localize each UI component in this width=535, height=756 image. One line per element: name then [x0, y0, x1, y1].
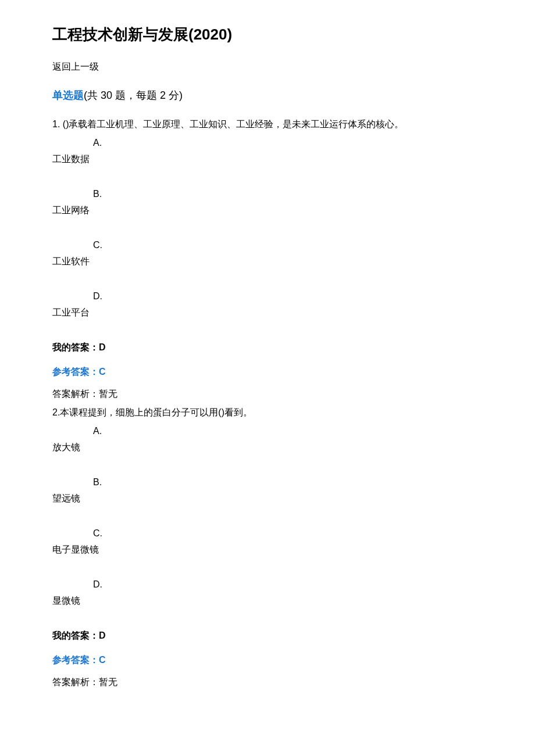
section-count-label: (共 30 题，每题 2 分) — [84, 89, 183, 101]
back-link[interactable]: 返回上一级 — [52, 60, 483, 74]
analysis-value: 暂无 — [99, 389, 117, 399]
ref-answer-label: 参考答案： — [52, 655, 99, 665]
my-answer: 我的答案：D — [52, 629, 483, 643]
option-text: 工业网络 — [52, 203, 483, 217]
analysis-label: 答案解析： — [52, 389, 99, 399]
my-answer-value: D — [99, 630, 106, 640]
section-type-label: 单选题 — [52, 89, 84, 101]
option-text: 工业数据 — [52, 152, 483, 166]
analysis-label: 答案解析： — [52, 677, 99, 687]
option-letter: A. — [93, 424, 483, 438]
question-block: 2.本课程提到，细胞上的蛋白分子可以用()看到。 A. 放大镜 B. 望远镜 C… — [52, 406, 483, 689]
option-letter: D. — [93, 289, 483, 303]
page-title: 工程技术创新与发展(2020) — [52, 23, 483, 46]
ref-answer-value: C — [99, 367, 106, 377]
option-text: 显微镜 — [52, 594, 483, 608]
ref-answer-label: 参考答案： — [52, 367, 99, 377]
my-answer-value: D — [99, 342, 106, 352]
question-stem: 1. ()承载着工业机理、工业原理、工业知识、工业经验，是未来工业运行体系的核心… — [52, 117, 483, 131]
option-text: 放大镜 — [52, 440, 483, 454]
question-block: 1. ()承载着工业机理、工业原理、工业知识、工业经验，是未来工业运行体系的核心… — [52, 117, 483, 401]
option-letter: B. — [93, 187, 483, 201]
option-letter: D. — [93, 578, 483, 592]
option-text: 望远镜 — [52, 492, 483, 506]
option-letter: C. — [93, 526, 483, 540]
option-letter: A. — [93, 136, 483, 150]
section-header: 单选题(共 30 题，每题 2 分) — [52, 88, 483, 103]
analysis-value: 暂无 — [99, 677, 117, 687]
question-text: ()承载着工业机理、工业原理、工业知识、工业经验，是未来工业运行体系的核心。 — [63, 119, 404, 129]
option-text: 电子显微镜 — [52, 543, 483, 557]
question-text: 本课程提到，细胞上的蛋白分子可以用()看到。 — [60, 407, 252, 417]
answer-analysis: 答案解析：暂无 — [52, 387, 483, 401]
reference-answer: 参考答案：C — [52, 365, 483, 379]
question-number: 1. — [52, 119, 60, 129]
my-answer-label: 我的答案： — [52, 342, 99, 352]
option-text: 工业软件 — [52, 255, 483, 268]
reference-answer: 参考答案：C — [52, 653, 483, 667]
option-text: 工业平台 — [52, 306, 483, 320]
question-number: 2. — [52, 407, 60, 417]
ref-answer-value: C — [99, 655, 106, 665]
my-answer: 我的答案：D — [52, 341, 483, 354]
question-stem: 2.本课程提到，细胞上的蛋白分子可以用()看到。 — [52, 406, 483, 420]
option-letter: C. — [93, 238, 483, 252]
answer-analysis: 答案解析：暂无 — [52, 675, 483, 689]
my-answer-label: 我的答案： — [52, 630, 99, 640]
option-letter: B. — [93, 475, 483, 489]
